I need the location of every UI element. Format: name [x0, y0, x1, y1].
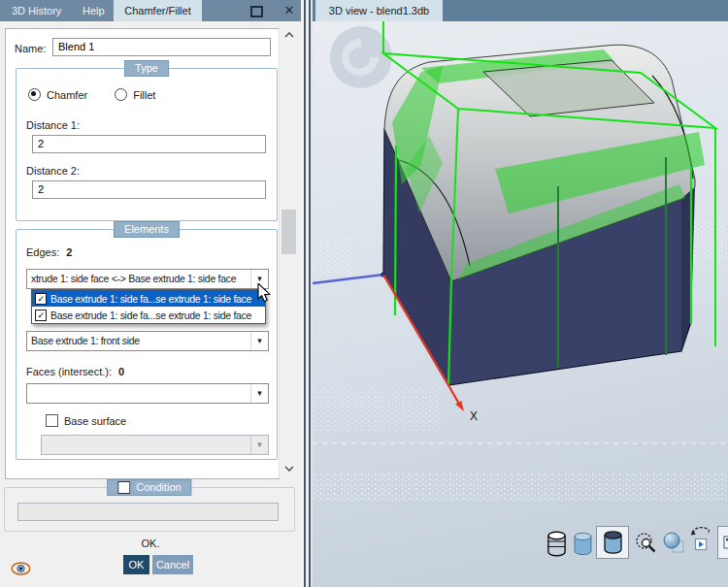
- maximize-icon[interactable]: [250, 6, 263, 17]
- chevron-down-icon[interactable]: ▾: [250, 332, 268, 350]
- edge-dropdown-item-label: Base extrude 1: side fa...se extrude 1: …: [50, 293, 251, 305]
- rotation-animation-button[interactable]: [688, 525, 713, 552]
- mouse-cursor: [257, 283, 271, 306]
- rotate-arrow-icon: [689, 525, 712, 552]
- name-label: Name:: [15, 43, 46, 54]
- edge-dropdown-item[interactable]: ✓ Base extrude 1: side fa...se extrude 1…: [32, 307, 265, 323]
- distance1-input[interactable]: [32, 135, 266, 153]
- view-settings-icon: [721, 530, 728, 555]
- base-surface-label: Base surface: [64, 415, 126, 427]
- shaded-edges-view-button[interactable]: [596, 526, 629, 559]
- edge-dropdown-item[interactable]: ✓ Base extrude 1: side fa...se extrude 1…: [32, 290, 265, 307]
- ok-button[interactable]: OK: [123, 555, 149, 574]
- close-icon[interactable]: ✕: [281, 2, 298, 19]
- tab-help[interactable]: Help: [83, 0, 105, 21]
- render-quality-button[interactable]: [661, 530, 686, 557]
- application-window: 3D History Help Chamfer/Fillet ✕ Name: T…: [0, 0, 728, 587]
- edge-dropdown-item-label: Base extrude 1: side fa...se extrude 1: …: [50, 310, 251, 321]
- wireframe-view-button[interactable]: [544, 530, 569, 557]
- chamfer-radio-label: Chamfer: [47, 89, 87, 101]
- x-axis-label: X: [470, 409, 478, 423]
- distance1-label: Distance 1:: [26, 119, 80, 131]
- scrollbar-thumb[interactable]: [281, 210, 296, 254]
- checked-checkbox-icon[interactable]: ✓: [35, 310, 47, 321]
- name-input[interactable]: [52, 38, 271, 56]
- tab-3d-history[interactable]: 3D History: [12, 0, 61, 21]
- elements-group-title: Elements: [114, 221, 180, 238]
- shaded-view-button[interactable]: [570, 530, 595, 557]
- render-sphere-icon: [663, 532, 685, 555]
- dialog-scroll-area: Name: Type Chamfer Fillet Distance 1: Di…: [5, 28, 280, 479]
- 3d-view-panel: 3D view - blend1.3db: [313, 0, 728, 587]
- type-group: Type Chamfer Fillet Distance 1: Distance…: [16, 68, 278, 221]
- type-group-title: Type: [124, 60, 169, 77]
- faces-combobox[interactable]: ▾: [26, 383, 269, 404]
- faces-combobox-value: [27, 384, 250, 403]
- magnifier-icon: [635, 532, 657, 555]
- dialog-scrollbar[interactable]: [279, 25, 299, 478]
- checked-checkbox-icon[interactable]: ✓: [35, 293, 47, 305]
- condition-checkbox[interactable]: [117, 481, 130, 494]
- elements-group: Elements Edges:2 xtrude 1: side face <->…: [16, 229, 278, 460]
- scroll-up-icon[interactable]: [280, 27, 299, 43]
- condition-input: [17, 503, 279, 521]
- faces-label: Faces (intersect.):: [26, 366, 112, 377]
- base-surface-combobox: ▾: [41, 435, 269, 455]
- face-combobox[interactable]: Base extrude 1: front side ▾: [26, 331, 269, 351]
- wireframe-cylinder-icon: [546, 531, 567, 557]
- fillet-radio[interactable]: [115, 88, 127, 101]
- faces-count: 0: [118, 366, 124, 377]
- chamfer-fillet-panel: 3D History Help Chamfer/Fillet ✕ Name: T…: [0, 0, 301, 587]
- condition-label: Condition: [136, 480, 181, 495]
- 3d-viewport[interactable]: X: [313, 21, 728, 587]
- 3d-scene: X: [313, 21, 728, 587]
- tab-chamfer-fillet[interactable]: Chamfer/Fillet: [114, 0, 202, 21]
- status-text: OK.: [0, 538, 301, 549]
- type-radio-row: Chamfer Fillet: [28, 88, 155, 101]
- edge-combobox-value: xtrude 1: side face <-> Base extrude 1: …: [27, 270, 250, 288]
- distance2-input[interactable]: [32, 180, 266, 199]
- tab-3d-view[interactable]: 3D view - blend1.3db: [315, 0, 443, 21]
- chevron-down-icon[interactable]: ▾: [250, 384, 268, 403]
- eye-icon[interactable]: [11, 561, 31, 578]
- base-surface-combobox-value: [42, 436, 250, 454]
- fillet-radio-label: Fillet: [133, 89, 155, 101]
- faces-count-row: Faces (intersect.):0: [26, 366, 124, 377]
- base-surface-checkbox[interactable]: [46, 414, 58, 427]
- chamfer-radio[interactable]: [28, 88, 41, 101]
- scroll-down-icon[interactable]: [280, 461, 299, 476]
- right-tab-bar: 3D view - blend1.3db: [313, 0, 728, 21]
- left-tab-bar: 3D History Help Chamfer/Fillet ✕: [0, 0, 301, 21]
- distance2-label: Distance 2:: [26, 165, 80, 177]
- condition-group: Condition: [4, 487, 295, 532]
- edge-combobox[interactable]: xtrude 1: side face <-> Base extrude 1: …: [26, 269, 269, 289]
- edges-count-row: Edges:2: [26, 246, 72, 258]
- shaded-edges-cylinder-icon: [603, 530, 623, 555]
- chevron-down-icon: ▾: [250, 436, 268, 454]
- face-combobox-value: Base extrude 1: front side: [27, 332, 250, 350]
- edges-count: 2: [66, 246, 72, 258]
- edge-dropdown-list: ✓ Base extrude 1: side fa...se extrude 1…: [31, 289, 266, 324]
- edges-label: Edges:: [26, 246, 59, 258]
- view-settings-button[interactable]: [717, 526, 728, 559]
- shaded-cylinder-icon: [573, 532, 593, 556]
- zoom-button[interactable]: [633, 530, 658, 557]
- panel-splitter[interactable]: [301, 0, 313, 587]
- cancel-button[interactable]: Cancel: [152, 555, 193, 574]
- base-surface-row: Base surface: [46, 414, 126, 427]
- condition-group-title: Condition: [107, 479, 191, 496]
